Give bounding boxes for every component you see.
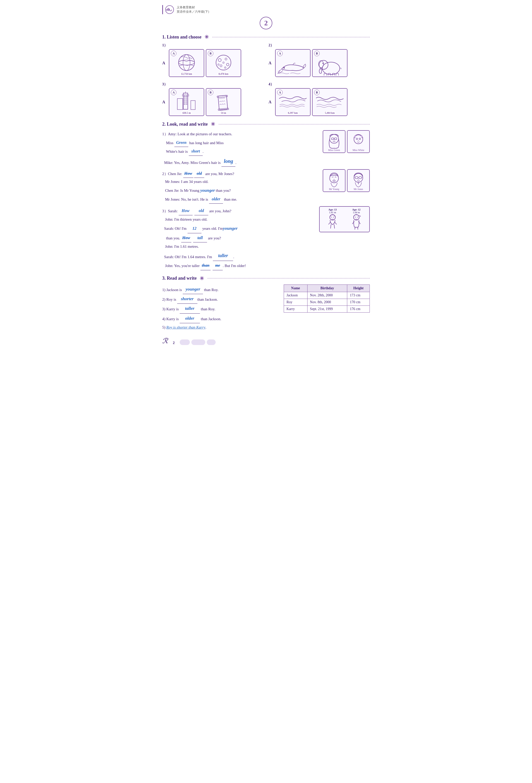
svg-point-3	[183, 55, 190, 70]
section2-content: 1）Amy: Look at the pictures of our teach…	[162, 130, 370, 270]
fill-how4: How	[181, 233, 191, 243]
svg-line-65	[358, 221, 360, 224]
cloud-deco	[180, 339, 215, 345]
header: 智慧 义务教育教材 英语作业本／六年级(下)	[162, 5, 370, 14]
svg-point-13	[284, 67, 285, 69]
read-item-1: 1) Jackson is younger than Roy.	[162, 284, 279, 294]
svg-point-12	[225, 67, 226, 68]
item2-images: Mr Young	[323, 169, 370, 192]
brand-logo: 智慧	[165, 5, 174, 14]
comparison-table: Name Birthday Height Jackson Nov. 28th, …	[284, 284, 370, 313]
miss-white-label: Miss White	[353, 149, 364, 152]
svg-rect-28	[184, 99, 185, 100]
section2-star: ✳	[211, 121, 215, 127]
fill-green: Green	[174, 138, 188, 147]
mr-young-face	[326, 170, 343, 188]
read-item-2: 2) Roy is shorterthan Jackson.	[162, 294, 279, 304]
svg-rect-42	[334, 138, 337, 139]
section3-star: ✳	[200, 275, 204, 281]
read-item-4: 4) Karry is older than Jackson.	[162, 314, 279, 323]
mr-jones-label: Mr Jones	[354, 188, 363, 190]
fill-how3: How	[179, 206, 193, 215]
svg-line-58	[335, 222, 337, 224]
fill-short: short	[189, 147, 203, 156]
fill-me: me	[212, 261, 223, 270]
svg-line-64	[352, 221, 354, 224]
section2-item1: 1）Amy: Look at the pictures of our teach…	[162, 130, 370, 167]
miss-green-face	[326, 131, 343, 149]
section2-item3: 3）Sarah: How old are you, John? John: I'…	[162, 206, 370, 270]
svg-point-45	[356, 138, 358, 139]
svg-rect-31	[186, 101, 187, 103]
col-name: Name	[284, 284, 307, 292]
table-row: Roy Nov. 8th, 2000 170 cm	[284, 299, 370, 306]
answer-older: older	[180, 314, 200, 323]
item3-text: 3）Sarah: How old are you, John? John: I'…	[162, 206, 314, 270]
fill-old-2: old	[194, 169, 204, 178]
svg-point-5	[216, 55, 231, 70]
sarah-figure	[349, 214, 364, 230]
age-box: Age: 13 1.61 m	[319, 206, 370, 232]
svg-line-60	[334, 224, 335, 228]
whale-svg	[277, 55, 309, 75]
svg-rect-50	[359, 177, 362, 179]
svg-point-9	[220, 65, 222, 67]
read-list: 1) Jackson is younger than Roy. 2) Roy i…	[162, 284, 279, 332]
fill-older: older	[209, 195, 223, 203]
svg-point-62	[355, 217, 356, 218]
svg-rect-33	[186, 104, 187, 105]
img-box-2b: B	[312, 49, 347, 77]
brand-name: 义务教育教材	[177, 5, 209, 10]
svg-point-6	[218, 59, 221, 62]
cloud-1	[180, 339, 190, 345]
img-box-1a: A 12,756 km	[169, 49, 204, 77]
svg-text:智慧: 智慧	[166, 9, 170, 11]
section1-star: ✳	[204, 34, 209, 40]
item2-text: 2）Chen Jie: How old are you, Mr Jones? M…	[162, 169, 318, 203]
svg-rect-30	[184, 101, 185, 103]
answer-shorter: shorter	[177, 294, 197, 304]
svg-point-11	[218, 64, 219, 65]
svg-point-7	[225, 58, 227, 60]
fill-how: How	[183, 169, 193, 178]
item3-images: Age: 13 1.61 m	[319, 206, 370, 232]
answer-4: A	[269, 100, 274, 104]
answer-2: A	[269, 61, 274, 65]
svg-line-59	[331, 224, 331, 228]
section2-item2: 2）Chen Jie: How old are you, Mr Jones? M…	[162, 169, 370, 203]
subtitle: 英语作业本／六年级(下)	[177, 10, 209, 14]
sarah-person: Age: 12 1.64 m	[345, 208, 368, 230]
svg-line-57	[329, 222, 331, 224]
svg-rect-35	[177, 98, 183, 109]
mr-jones-face	[350, 170, 367, 188]
cloud-2	[191, 339, 205, 345]
section1-title: 1. Listen and choose ✳	[162, 34, 370, 40]
img-box-3b: B	[206, 88, 241, 116]
item1-images: Miss Green	[323, 130, 370, 153]
read-item-5: 5) Roy is shorter than Karry.	[162, 323, 279, 332]
img-box-4a: A 6,397 km	[275, 88, 310, 116]
mr-jones-box: Mr Jones	[347, 169, 370, 192]
fill-12: 12	[188, 224, 201, 233]
section3-content: 1) Jackson is younger than Roy. 2) Roy i…	[162, 284, 370, 332]
fill-old3: old	[194, 206, 208, 215]
mr-young-label: Mr Young	[329, 188, 339, 190]
img-box-4b: B 5,464 km	[312, 88, 347, 116]
svg-rect-21	[336, 73, 339, 75]
page-bottom: ℛ 2	[162, 337, 370, 345]
fill-younger-2: younger	[200, 188, 215, 193]
table-row: Karry Sept. 21st, 1999 176 cm	[284, 306, 370, 312]
svg-point-8	[227, 63, 229, 66]
fill-taller: taller	[213, 251, 233, 261]
img-box-3a: A	[169, 88, 204, 116]
svg-point-63	[357, 217, 358, 218]
svg-rect-41	[331, 138, 334, 139]
miss-green-label: Miss Green	[328, 149, 340, 152]
answer-younger: younger	[183, 284, 203, 294]
svg-point-17	[323, 63, 324, 64]
listen-item-2: 2） A A B	[269, 43, 370, 77]
svg-rect-29	[186, 99, 187, 100]
miss-white-box: Miss White	[347, 130, 370, 153]
answer-sentence: Roy is shorter than Karry	[166, 325, 205, 329]
svg-line-66	[355, 227, 355, 229]
